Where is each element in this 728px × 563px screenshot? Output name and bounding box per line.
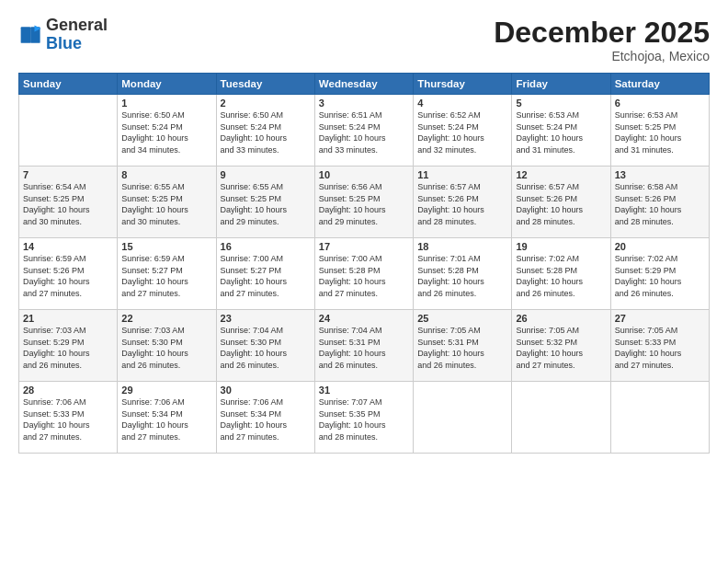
day-info: Sunrise: 6:57 AMSunset: 5:26 PMDaylight:… (516, 181, 606, 227)
day-info: Sunrise: 7:02 AMSunset: 5:29 PMDaylight:… (615, 253, 705, 299)
calendar-cell: 22Sunrise: 7:03 AMSunset: 5:30 PMDayligh… (118, 310, 216, 382)
day-info: Sunrise: 6:50 AMSunset: 5:24 PMDaylight:… (121, 109, 211, 155)
day-info: Sunrise: 6:58 AMSunset: 5:26 PMDaylight:… (615, 181, 705, 227)
weekday-header-tuesday: Tuesday (216, 74, 314, 95)
day-number: 1 (121, 98, 211, 109)
day-info: Sunrise: 6:51 AMSunset: 5:24 PMDaylight:… (319, 109, 409, 155)
day-number: 28 (23, 385, 113, 396)
day-number: 29 (121, 385, 211, 396)
day-number: 30 (221, 385, 311, 396)
calendar-cell: 17Sunrise: 7:00 AMSunset: 5:28 PMDayligh… (314, 238, 413, 310)
day-info: Sunrise: 6:57 AMSunset: 5:26 PMDaylight:… (417, 181, 507, 227)
calendar-cell (414, 382, 512, 454)
day-number: 27 (615, 313, 705, 324)
day-number: 5 (516, 98, 606, 109)
day-info: Sunrise: 7:05 AMSunset: 5:32 PMDaylight:… (516, 325, 606, 371)
calendar-cell (512, 382, 610, 454)
calendar-cell: 8Sunrise: 6:55 AMSunset: 5:25 PMDaylight… (118, 167, 216, 238)
day-info: Sunrise: 7:05 AMSunset: 5:31 PMDaylight:… (417, 325, 507, 371)
day-number: 24 (319, 313, 409, 324)
day-info: Sunrise: 7:06 AMSunset: 5:33 PMDaylight:… (23, 396, 113, 442)
calendar-cell: 1Sunrise: 6:50 AMSunset: 5:24 PMDaylight… (118, 95, 216, 167)
calendar-cell: 31Sunrise: 7:07 AMSunset: 5:35 PMDayligh… (314, 382, 413, 454)
calendar-cell: 27Sunrise: 7:05 AMSunset: 5:33 PMDayligh… (610, 310, 709, 382)
day-number: 14 (23, 241, 113, 252)
calendar-cell: 30Sunrise: 7:06 AMSunset: 5:34 PMDayligh… (216, 382, 314, 454)
calendar-cell: 6Sunrise: 6:53 AMSunset: 5:25 PMDaylight… (610, 95, 709, 167)
day-number: 18 (417, 241, 507, 252)
calendar-table: SundayMondayTuesdayWednesdayThursdayFrid… (18, 73, 710, 454)
location: Etchojoa, Mexico (494, 49, 710, 63)
day-info: Sunrise: 6:53 AMSunset: 5:24 PMDaylight:… (516, 109, 606, 155)
logo-blue: Blue (46, 34, 82, 52)
day-number: 3 (319, 98, 409, 109)
weekday-header-monday: Monday (118, 74, 216, 95)
calendar-cell: 26Sunrise: 7:05 AMSunset: 5:32 PMDayligh… (512, 310, 610, 382)
calendar-cell: 24Sunrise: 7:04 AMSunset: 5:31 PMDayligh… (314, 310, 413, 382)
calendar-cell: 7Sunrise: 6:54 AMSunset: 5:25 PMDaylight… (19, 167, 118, 238)
calendar-cell: 29Sunrise: 7:06 AMSunset: 5:34 PMDayligh… (118, 382, 216, 454)
calendar-cell (610, 382, 709, 454)
day-info: Sunrise: 7:07 AMSunset: 5:35 PMDaylight:… (319, 396, 409, 442)
calendar-cell: 5Sunrise: 6:53 AMSunset: 5:24 PMDaylight… (512, 95, 610, 167)
page: GeneralBlue December 2025 Etchojoa, Mexi… (0, 0, 728, 563)
day-info: Sunrise: 7:00 AMSunset: 5:27 PMDaylight:… (221, 253, 311, 299)
day-info: Sunrise: 7:04 AMSunset: 5:30 PMDaylight:… (221, 325, 311, 371)
day-info: Sunrise: 7:00 AMSunset: 5:28 PMDaylight:… (319, 253, 409, 299)
week-row-1: 1Sunrise: 6:50 AMSunset: 5:24 PMDaylight… (19, 95, 710, 167)
day-number: 22 (121, 313, 211, 324)
day-info: Sunrise: 6:59 AMSunset: 5:27 PMDaylight:… (121, 253, 211, 299)
day-number: 10 (319, 169, 409, 180)
day-number: 7 (23, 169, 113, 180)
week-row-3: 14Sunrise: 6:59 AMSunset: 5:26 PMDayligh… (19, 238, 710, 310)
calendar-cell: 9Sunrise: 6:55 AMSunset: 5:25 PMDaylight… (216, 167, 314, 238)
calendar-cell: 20Sunrise: 7:02 AMSunset: 5:29 PMDayligh… (610, 238, 709, 310)
day-number: 15 (121, 241, 211, 252)
logo-general: General (46, 16, 108, 34)
day-info: Sunrise: 6:56 AMSunset: 5:25 PMDaylight:… (319, 181, 409, 227)
day-info: Sunrise: 7:06 AMSunset: 5:34 PMDaylight:… (121, 396, 211, 442)
calendar-cell: 13Sunrise: 6:58 AMSunset: 5:26 PMDayligh… (610, 167, 709, 238)
day-number: 11 (417, 169, 507, 180)
logo-icon (18, 22, 44, 48)
day-info: Sunrise: 7:03 AMSunset: 5:29 PMDaylight:… (23, 325, 113, 371)
calendar-cell: 19Sunrise: 7:02 AMSunset: 5:28 PMDayligh… (512, 238, 610, 310)
day-info: Sunrise: 7:04 AMSunset: 5:31 PMDaylight:… (319, 325, 409, 371)
day-number: 9 (221, 169, 311, 180)
calendar-cell: 21Sunrise: 7:03 AMSunset: 5:29 PMDayligh… (19, 310, 118, 382)
calendar-cell (19, 95, 118, 167)
day-number: 6 (615, 98, 705, 109)
day-number: 20 (615, 241, 705, 252)
weekday-header-sunday: Sunday (19, 74, 118, 95)
day-info: Sunrise: 7:03 AMSunset: 5:30 PMDaylight:… (121, 325, 211, 371)
calendar-cell: 10Sunrise: 6:56 AMSunset: 5:25 PMDayligh… (314, 167, 413, 238)
week-row-5: 28Sunrise: 7:06 AMSunset: 5:33 PMDayligh… (19, 382, 710, 454)
calendar-cell: 3Sunrise: 6:51 AMSunset: 5:24 PMDaylight… (314, 95, 413, 167)
day-number: 26 (516, 313, 606, 324)
week-row-4: 21Sunrise: 7:03 AMSunset: 5:29 PMDayligh… (19, 310, 710, 382)
day-number: 31 (319, 385, 409, 396)
month-title: December 2025 (494, 17, 710, 49)
day-info: Sunrise: 6:54 AMSunset: 5:25 PMDaylight:… (23, 181, 113, 227)
calendar-cell: 14Sunrise: 6:59 AMSunset: 5:26 PMDayligh… (19, 238, 118, 310)
day-info: Sunrise: 6:55 AMSunset: 5:25 PMDaylight:… (121, 181, 211, 227)
day-info: Sunrise: 7:01 AMSunset: 5:28 PMDaylight:… (417, 253, 507, 299)
day-number: 4 (417, 98, 507, 109)
day-info: Sunrise: 6:52 AMSunset: 5:24 PMDaylight:… (417, 109, 507, 155)
day-number: 13 (615, 169, 705, 180)
day-number: 17 (319, 241, 409, 252)
calendar-cell: 4Sunrise: 6:52 AMSunset: 5:24 PMDaylight… (414, 95, 512, 167)
calendar-cell: 11Sunrise: 6:57 AMSunset: 5:26 PMDayligh… (414, 167, 512, 238)
calendar-cell: 28Sunrise: 7:06 AMSunset: 5:33 PMDayligh… (19, 382, 118, 454)
day-number: 8 (121, 169, 211, 180)
calendar-cell: 16Sunrise: 7:00 AMSunset: 5:27 PMDayligh… (216, 238, 314, 310)
day-number: 21 (23, 313, 113, 324)
day-info: Sunrise: 7:05 AMSunset: 5:33 PMDaylight:… (615, 325, 705, 371)
day-info: Sunrise: 6:55 AMSunset: 5:25 PMDaylight:… (221, 181, 311, 227)
weekday-header-friday: Friday (512, 74, 610, 95)
header: GeneralBlue December 2025 Etchojoa, Mexi… (18, 17, 710, 63)
weekday-header-row: SundayMondayTuesdayWednesdayThursdayFrid… (19, 74, 710, 95)
calendar-cell: 18Sunrise: 7:01 AMSunset: 5:28 PMDayligh… (414, 238, 512, 310)
day-number: 2 (221, 98, 311, 109)
weekday-header-wednesday: Wednesday (314, 74, 413, 95)
